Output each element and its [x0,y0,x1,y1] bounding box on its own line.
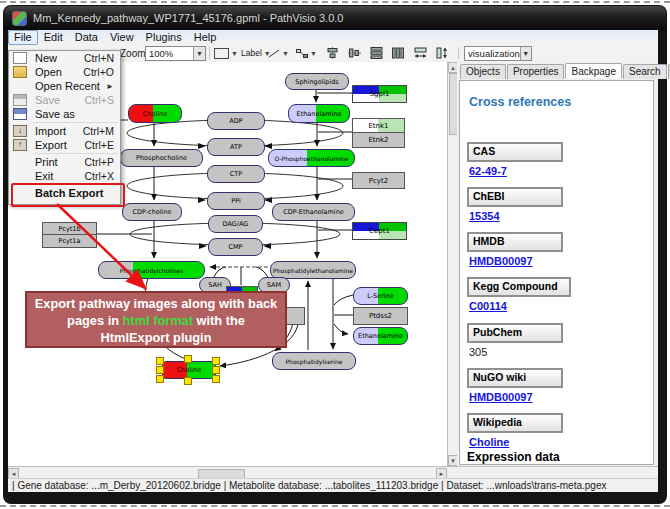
selection-handle[interactable] [184,355,192,363]
node-cmp[interactable]: CMP [208,238,263,256]
visualization-combobox[interactable]: visualization ▼ [464,46,532,61]
section-header-hmdb: HMDB [467,232,563,252]
window-title: Mm_Kennedy_pathway_WP1771_45176.gpml - P… [33,12,343,24]
tab-search[interactable]: Search [623,64,667,79]
node-phosphatidylcholines[interactable]: Phosphatidylcholines [98,261,205,279]
tab-objects[interactable]: Objects [460,64,506,79]
align-center-vertical-icon[interactable] [348,47,361,59]
section-header-chebi: ChEBI [467,187,563,207]
callout-line-2: pages in html format with the [27,312,285,329]
xref-link-hmdb[interactable]: HMDB00097 [469,255,533,267]
chevron-down-icon[interactable]: ▼ [282,50,289,57]
app-icon [12,11,27,26]
menu-bar: File Edit Data View Plugins Help [8,30,658,45]
xref-link-cas[interactable]: 62-49-7 [469,165,507,177]
menu-item-exit[interactable]: Exit Ctrl+X [9,169,120,183]
menu-file[interactable]: File [8,30,38,45]
align-center-horizontal-icon[interactable] [326,47,339,59]
selection-handle[interactable] [212,357,220,365]
callout-line-3: HtmlExport plugin [27,329,285,346]
visualization-dropdown-icon[interactable]: ▼ [520,47,531,60]
node-cdp-ethanolamine[interactable]: CDP-Ethanolamine [272,203,355,221]
node-cept1[interactable]: Cept1 [352,222,407,240]
node-cdp-choline[interactable]: CDP-choline [122,203,182,221]
new-file-icon [13,52,27,64]
menu-help[interactable]: Help [188,31,223,44]
menu-item-open-recent[interactable]: Open Recent ► [9,79,120,93]
node-ethanolamine-top[interactable]: Ethanolamine [288,104,350,123]
node-o-phosphoethanolamine[interactable]: O-Phosphoethanolamine [268,149,355,167]
menu-view[interactable]: View [104,31,140,44]
match-width-icon[interactable] [414,47,427,59]
zoom-dropdown-icon[interactable]: ▼ [193,47,205,60]
selection-handle[interactable] [156,357,164,365]
xref-link-wikipedia[interactable]: Choline [469,436,509,448]
xref-link-chebi[interactable]: 15354 [469,210,500,222]
match-height-icon[interactable] [436,47,449,59]
selection-handle[interactable] [184,377,192,385]
menu-item-open[interactable]: Open Ctrl+O [9,65,120,79]
node-ctp[interactable]: CTP [207,165,265,183]
title-bar: Mm_Kennedy_pathway_WP1771_45176.gpml - P… [4,6,666,30]
menu-item-print[interactable]: Print Ctrl+P [9,155,120,169]
node-dag[interactable]: DAG/AG [208,215,263,233]
selection-handle[interactable] [156,375,164,383]
backpage-panel: Cross references CAS 62-49-7 ChEBI 15354… [459,80,654,465]
node-pcyt2[interactable]: Pcyt2 [352,172,405,189]
zoom-combobox[interactable]: 100% ▼ [145,46,206,61]
draw-line-button[interactable]: ▼ [268,46,289,60]
align-buttons-group [326,46,458,60]
node-ppi[interactable]: PPi [207,192,265,210]
section-header-wikipedia: Wikipedia [467,413,563,433]
node-pcyt1a[interactable]: Pcyt1a [42,234,97,248]
tab-backpage[interactable]: Backpage [565,63,621,78]
expression-data-heading: Expression data [467,450,560,464]
menu-separator [33,122,118,123]
node-l-serine[interactable]: L-Serine [353,287,408,305]
xref-value-pubchem: 305 [469,346,487,358]
menu-item-save-as[interactable]: Save as [9,107,120,121]
distribute-horizontal-icon[interactable] [392,47,405,59]
node-ptdss2[interactable]: Ptdss2 [353,307,408,325]
draw-shape-button[interactable]: ▼ [296,46,317,60]
node-ethanolamine-bottom[interactable]: Ethanolamine [353,327,408,345]
menu-item-save[interactable]: Save Ctrl+S [9,93,120,107]
node-sphingolipids[interactable]: Sphingolipids [285,73,349,90]
xref-link-nugo[interactable]: HMDB00097 [469,391,533,403]
save-icon [13,94,27,106]
node-sgpl1[interactable]: Sgpl1 [352,85,407,103]
open-folder-icon [13,66,27,78]
menu-data[interactable]: Data [69,31,104,44]
node-atp[interactable]: ATP [207,138,265,156]
menu-plugins[interactable]: Plugins [140,31,188,44]
node-phosphatidylserine[interactable]: Phosphatidylserine [272,352,356,370]
node-phosphocholine[interactable]: Phosphocholine [120,149,203,167]
menu-item-new[interactable]: New Ctrl+N [9,51,120,65]
callout-line-1: Export pathway images along with back [27,295,285,312]
cross-references-heading: Cross references [469,95,571,109]
node-adp[interactable]: ADP [207,112,265,130]
export-icon: ↑ [13,139,27,151]
chevron-down-icon[interactable]: ▼ [231,50,238,57]
chevron-down-icon[interactable]: ▼ [310,50,317,57]
menu-item-import[interactable]: ↓ Import Ctrl+M [9,124,120,138]
selection-handle[interactable] [156,366,164,374]
section-header-pubchem: PubChem [467,323,563,343]
zoom-value: 100% [146,48,176,59]
selection-handle[interactable] [212,375,220,383]
add-label-button[interactable]: Label▼ [241,46,271,60]
xref-link-kegg[interactable]: C00114 [469,300,507,312]
tab-properties[interactable]: Properties [507,64,565,79]
menu-edit[interactable]: Edit [38,31,69,44]
submenu-arrow-icon: ► [106,82,114,91]
node-choline-top[interactable]: Choline [128,104,182,123]
selection-handle[interactable] [212,366,220,374]
section-header-kegg: Kegg Compound [467,277,571,297]
add-gene-button[interactable]: ▼ [214,46,238,60]
toolbar-separator [458,47,459,59]
connector-icon [296,49,308,58]
menu-item-export[interactable]: ↑ Export Ctrl+E [9,138,120,152]
toolbar-separator [209,47,210,59]
node-etnk2[interactable]: Etnk2 [352,132,405,148]
distribute-vertical-icon[interactable] [370,47,383,59]
